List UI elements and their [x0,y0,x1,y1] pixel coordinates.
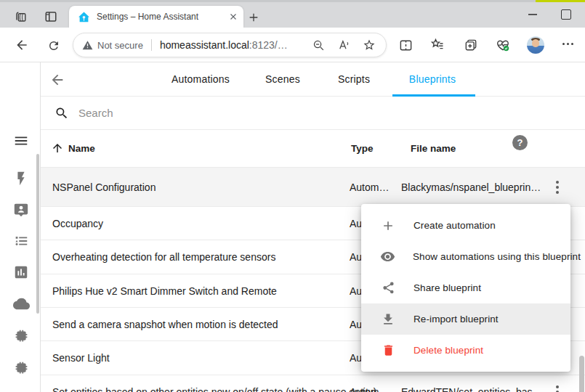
tab-scripts[interactable]: Scripts [338,62,370,97]
sidebar-menu-icon[interactable] [12,132,30,150]
row-name: Sensor Light [52,341,110,375]
table-row[interactable]: NSPanel Configuration Autom… Blackymas/n… [41,168,585,207]
row-name: Set entities based on other entities new… [52,375,376,392]
ha-page-header: Automations Scenes Scripts Blueprints [41,62,585,97]
row-name: Philips Hue v2 Smart Dimmer Switch and R… [52,274,277,308]
search-placeholder: Search [78,107,113,119]
column-header-name[interactable]: Name [68,130,95,168]
download-icon [380,311,396,327]
table-header: Name Type File name [41,130,585,168]
tab-actions-icon[interactable] [42,8,60,25]
table-row[interactable]: Set entities based on other entities new… [41,375,585,392]
not-secure-warning-icon [82,40,93,51]
read-aloud-icon[interactable] [337,38,350,52]
browser-window: Settings – Home Assistant Not secure hom… [0,0,585,392]
tab-title: Settings – Home Assistant [97,12,229,22]
content-scrollbar[interactable] [579,356,584,392]
column-header-type[interactable]: Type [351,130,374,168]
menu-item-create-automation[interactable]: Create automation [361,210,570,241]
sort-ascending-icon[interactable] [51,142,64,155]
sidebar-device-chip-icon-1[interactable] [12,327,30,344]
tab-automations[interactable]: Automations [172,62,230,97]
menu-item-share-blueprint[interactable]: Share blueprint [361,272,570,303]
collections-icon[interactable] [463,37,479,53]
row-type: Autom… [350,375,389,392]
window-top-edge [0,0,585,2]
profile-avatar[interactable] [527,36,544,54]
browser-refresh-icon[interactable] [46,38,62,54]
menu-item-label: Share blueprint [413,282,481,293]
browser-back-icon[interactable] [14,37,30,53]
sidebar-energy-icon[interactable] [12,170,30,187]
row-overflow-menu-icon[interactable] [549,168,566,206]
ha-back-icon[interactable] [49,71,66,89]
not-secure-label[interactable]: Not secure [97,40,143,51]
sidebar-voice-assistant-icon[interactable] [12,201,30,219]
sidebar-history-icon[interactable] [12,264,30,281]
menu-item-reimport-blueprint[interactable]: Re-import blueprint [361,303,570,335]
top-edge-accent-strip [536,0,585,2]
row-name: NSPanel Configuration [52,168,156,207]
trash-icon [380,343,396,359]
tab-close-icon[interactable] [229,12,238,21]
new-tab-icon[interactable] [246,9,262,25]
row-name: Send a camera snapshot when motion is de… [52,308,278,341]
blueprint-context-menu: Create automation Show automations using… [361,204,570,372]
split-screen-icon[interactable] [398,37,413,53]
home-assistant-favicon [78,11,90,23]
sidebar-scrollbar[interactable] [36,154,39,314]
row-name: Occupancy [52,207,103,240]
search-icon [55,106,69,121]
favorite-star-icon[interactable] [363,38,376,52]
browser-essentials-icon[interactable] [495,37,511,53]
menu-item-label: Re-import blueprint [413,314,499,324]
share-icon [380,280,396,296]
row-overflow-menu-icon[interactable] [549,375,566,392]
zoom-out-icon[interactable] [312,39,325,52]
workspaces-icon[interactable] [12,8,29,25]
sidebar-cloud-icon[interactable] [12,295,30,312]
column-header-file[interactable]: File name [411,130,456,168]
menu-item-label: Create automation [413,220,496,231]
address-bar[interactable]: Not secure homeassistant.local:8123/… [73,33,387,57]
plus-icon [380,218,396,234]
address-url[interactable]: homeassistant.local:8123/… [160,39,288,51]
browser-tab-settings-home-assistant[interactable]: Settings – Home Assistant [69,6,243,28]
menu-item-label: Delete blueprint [413,345,483,356]
tab-scenes[interactable]: Scenes [265,62,300,97]
row-name: Overheating detection for all temperatur… [52,240,275,274]
more-menu-icon[interactable] [562,43,573,45]
window-maximize-button[interactable] [561,9,571,20]
sidebar-logbook-icon[interactable] [12,232,30,250]
tab-blueprints[interactable]: Blueprints [409,62,456,97]
address-divider [151,39,152,51]
eye-icon [380,249,395,265]
favorites-icon[interactable] [429,37,445,53]
window-minimize-button[interactable] [525,13,540,16]
row-file: Blackymas/nspanel_blueprin… [401,168,541,207]
menu-item-label: Show automations using this blueprint [413,251,581,262]
search-bar[interactable]: Search [41,97,585,130]
sidebar-device-chip-icon-2[interactable] [12,359,30,376]
row-type: Autom… [350,168,389,207]
menu-item-delete-blueprint[interactable]: Delete blueprint [361,335,570,366]
row-file: EdwardTEN/set_entities_bas… [401,375,543,392]
menu-item-show-automations[interactable]: Show automations using this blueprint [361,241,570,272]
home-assistant-app: Automations Scenes Scripts Blueprints ? … [0,62,585,392]
